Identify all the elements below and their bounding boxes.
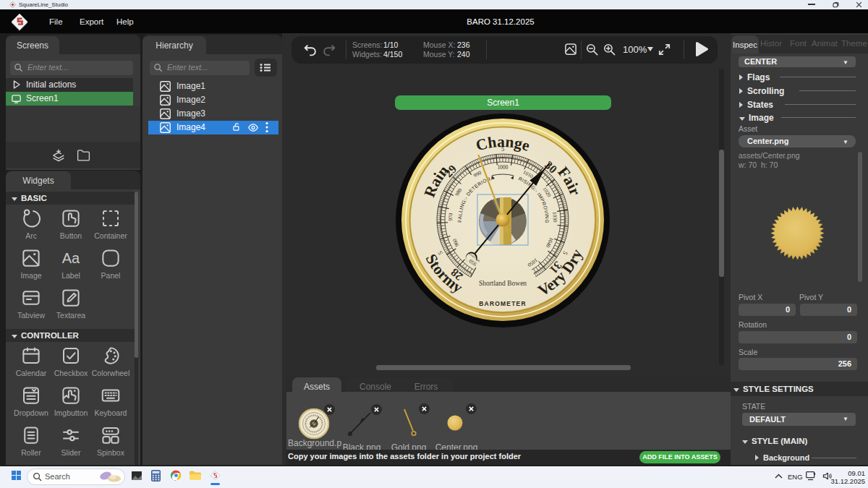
svg-text:BAROMETER: BAROMETER <box>479 300 527 307</box>
svg-text:970: 970 <box>447 213 454 221</box>
svg-text:Shortland Bowen: Shortland Bowen <box>479 280 527 287</box>
svg-text:1000: 1000 <box>498 164 509 171</box>
svg-text:1030: 1030 <box>551 212 558 223</box>
svg-text:Aa: Aa <box>62 250 80 266</box>
